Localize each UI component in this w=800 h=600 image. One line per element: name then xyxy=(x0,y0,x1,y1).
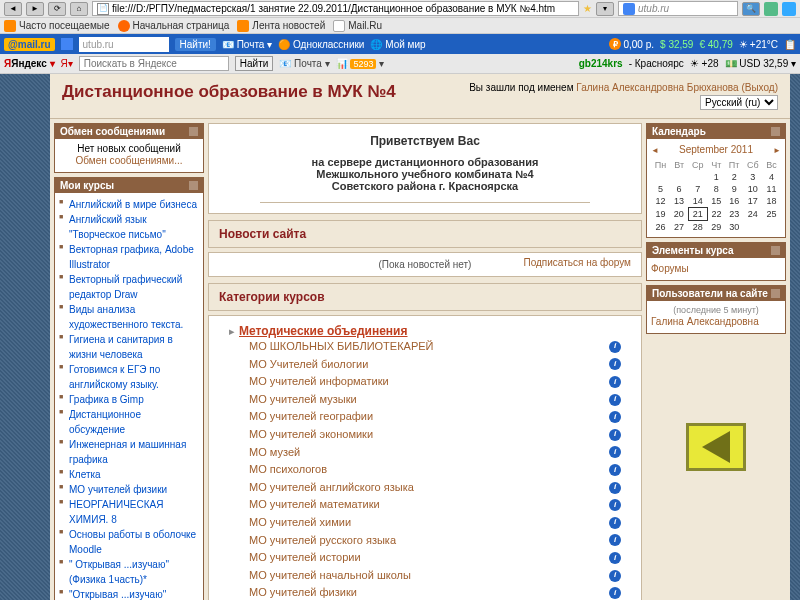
course-link[interactable]: МО учителей физики xyxy=(59,482,199,497)
course-link[interactable]: Дистанционное обсуждение xyxy=(59,407,199,437)
yandex-mail-link[interactable]: 📧 Почта ▾ xyxy=(279,58,329,69)
addon-icon-1[interactable] xyxy=(764,2,778,16)
category-link[interactable]: МО учителей математикиi xyxy=(229,496,621,514)
info-icon[interactable]: i xyxy=(609,411,621,423)
category-link[interactable]: МО учителей историиi xyxy=(229,549,621,567)
course-link[interactable]: Инженерная и машинная графика xyxy=(59,437,199,467)
mailru-search-input[interactable] xyxy=(79,37,169,52)
back-button[interactable]: ◄ xyxy=(4,2,22,16)
forums-link[interactable]: Форумы xyxy=(651,262,781,276)
cal-next-icon[interactable]: ► xyxy=(773,146,781,155)
news-header: Новости сайта xyxy=(208,220,642,248)
course-link[interactable]: Английский язык "Творческое письмо" xyxy=(59,212,199,242)
category-link[interactable]: МО учителей русского языкаi xyxy=(229,532,621,550)
forward-button[interactable]: ► xyxy=(26,2,44,16)
course-link[interactable]: Основы работы в оболочке Moodle xyxy=(59,527,199,557)
course-link[interactable]: Векторная графика, Adobe Illustrator xyxy=(59,242,199,272)
url-text: file:///D:/РГПУ/педмастерская/1 занятие … xyxy=(112,3,555,14)
language-select[interactable]: Русский (ru) xyxy=(700,95,778,110)
bookmark-item[interactable]: Часто посещаемые xyxy=(4,20,110,32)
triangle-left-icon xyxy=(702,431,730,463)
info-icon[interactable]: i xyxy=(609,394,621,406)
course-link[interactable]: Виды анализа художественного текста. xyxy=(59,302,199,332)
category-link[interactable]: МО учителей химииi xyxy=(229,514,621,532)
info-icon[interactable]: i xyxy=(609,534,621,546)
google-icon xyxy=(623,3,635,15)
collapse-icon[interactable] xyxy=(189,181,198,190)
collapse-icon[interactable] xyxy=(189,127,198,136)
category-link[interactable]: МО музейi xyxy=(229,444,621,462)
page-title: Дистанционное образование в МУК №4 xyxy=(62,82,396,102)
category-link[interactable]: МО психологовi xyxy=(229,461,621,479)
category-link[interactable]: МО учителей английского языкаi xyxy=(229,479,621,497)
info-icon[interactable]: i xyxy=(609,587,621,599)
collapse-icon[interactable] xyxy=(771,246,780,255)
category-link[interactable]: МО учителей информатикиi xyxy=(229,373,621,391)
info-icon[interactable]: i xyxy=(609,570,621,582)
bookmark-item[interactable]: Лента новостей xyxy=(237,20,325,32)
logout-link[interactable]: (Выход) xyxy=(741,82,778,93)
mailru-logo[interactable]: @mail.ru xyxy=(4,38,55,51)
mailru-find-button[interactable]: Найти! xyxy=(175,38,216,51)
info-icon[interactable]: i xyxy=(609,482,621,494)
mailru-ok-link[interactable]: 🟠 Одноклассники xyxy=(278,39,364,50)
info-icon[interactable]: i xyxy=(609,499,621,511)
category-group-link[interactable]: Методические объединения xyxy=(239,324,408,338)
slideshow-prev-button[interactable] xyxy=(686,423,746,471)
category-link[interactable]: МО учителей начальной школыi xyxy=(229,567,621,585)
yandex-find-button[interactable]: Найти xyxy=(235,56,274,71)
course-link[interactable]: НЕОРГАНИЧЕСКАЯ ХИМИЯ. 8 xyxy=(59,497,199,527)
course-link[interactable]: "Открывая ...изучаю" (Физика 2 часть) xyxy=(59,587,199,600)
block-title: Элементы курса xyxy=(652,245,734,256)
mailru-toolbar: @mail.ru Найти! 📧 Почта ▾ 🟠 Одноклассник… xyxy=(0,34,800,54)
cal-prev-icon[interactable]: ◄ xyxy=(651,146,659,155)
course-link[interactable]: Векторный графический редактор Draw xyxy=(59,272,199,302)
info-icon[interactable]: i xyxy=(609,446,621,458)
info-icon[interactable]: i xyxy=(609,464,621,476)
mailru-world-link[interactable]: 🌐 Мой мир xyxy=(370,39,425,50)
info-icon[interactable]: i xyxy=(609,552,621,564)
toolbar-menu-icon[interactable]: 📋 xyxy=(784,39,796,50)
yandex-counter[interactable]: 📊 5293 ▾ xyxy=(336,58,385,69)
bookmark-star-icon[interactable]: ★ xyxy=(583,3,592,14)
url-bar[interactable]: 📄 file:///D:/РГПУ/педмастерская/1 заняти… xyxy=(92,1,579,16)
search-button[interactable]: 🔍 xyxy=(742,2,760,16)
addon-icon-2[interactable] xyxy=(782,2,796,16)
category-link[interactable]: МО учителей экономикиi xyxy=(229,426,621,444)
course-link[interactable]: " Открывая ...изучаю" (Физика 1часть)* xyxy=(59,557,199,587)
mailru-mail-link[interactable]: 📧 Почта ▾ xyxy=(222,39,272,50)
category-link[interactable]: МО Учителей биологииi xyxy=(229,356,621,374)
calendar-grid[interactable]: ПнВтСрЧтПтСбВс12345678910111213141516171… xyxy=(651,159,781,233)
browser-search-input[interactable]: utub.ru xyxy=(618,1,738,16)
yandex-search-input[interactable] xyxy=(79,56,229,71)
page-icon: 📄 xyxy=(97,3,109,15)
online-user-link[interactable]: Галина Александровна xyxy=(651,315,781,329)
bookmark-item[interactable]: Начальная страница xyxy=(118,20,230,32)
cal-month[interactable]: September 2011 xyxy=(679,143,753,157)
dropdown-button[interactable]: ▾ xyxy=(596,2,614,16)
course-link[interactable]: Готовимся к ЕГЭ по английскому языку. xyxy=(59,362,199,392)
info-icon[interactable]: i xyxy=(609,517,621,529)
reload-button[interactable]: ⟳ xyxy=(48,2,66,16)
yandex-logo[interactable]: ЯЯндекс ▾ xyxy=(4,58,55,69)
collapse-icon[interactable] xyxy=(771,127,780,136)
user-link[interactable]: Галина Александровна Брюханова xyxy=(576,82,738,93)
category-link[interactable]: МО учителей музыкиi xyxy=(229,391,621,409)
course-link[interactable]: Графика в Gimp xyxy=(59,392,199,407)
category-link[interactable]: МО учителей географииi xyxy=(229,408,621,426)
bookmark-item[interactable]: Mail.Ru xyxy=(333,20,382,32)
category-link[interactable]: МО ШКОЛЬНЫХ БИБЛИОТЕКАРЕЙi xyxy=(229,338,621,356)
messages-link[interactable]: Обмен сообщениями... xyxy=(59,154,199,168)
course-link[interactable]: Клетка xyxy=(59,467,199,482)
category-link[interactable]: МО учителей физикиi xyxy=(229,584,621,600)
collapse-icon[interactable] xyxy=(771,289,780,298)
subscribe-link[interactable]: Подписаться на форум xyxy=(523,257,631,268)
home-button[interactable]: ⌂ xyxy=(70,2,88,16)
info-icon[interactable]: i xyxy=(609,429,621,441)
expand-icon[interactable]: ▸ xyxy=(229,325,235,338)
course-link[interactable]: Английский в мире бизнеса xyxy=(59,197,199,212)
info-icon[interactable]: i xyxy=(609,341,621,353)
course-link[interactable]: Гигиена и санитария в жизни человека xyxy=(59,332,199,362)
info-icon[interactable]: i xyxy=(609,358,621,370)
info-icon[interactable]: i xyxy=(609,376,621,388)
